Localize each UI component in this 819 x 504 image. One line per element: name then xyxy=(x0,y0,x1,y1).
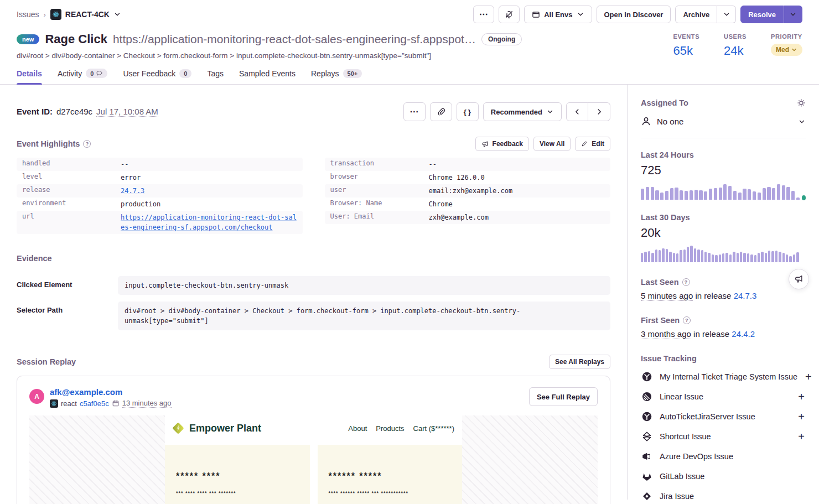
users-label: USERS xyxy=(724,33,747,40)
add-issue-button[interactable]: + xyxy=(804,371,813,382)
edit-button[interactable]: Edit xyxy=(575,137,610,151)
issue-tracking-label: AutoTicketJiraServer Issue xyxy=(660,412,790,421)
all-envs-dropdown[interactable]: All Envs xyxy=(524,6,592,23)
event-id-label: Event ID: xyxy=(17,107,53,116)
see-all-replays-button[interactable]: See All Replays xyxy=(549,355,610,369)
resolve-dropdown-button[interactable] xyxy=(784,6,802,23)
pencil-icon xyxy=(581,141,588,147)
issue-tracking-section: Issue Tracking My Internal Ticket Triage… xyxy=(641,354,806,502)
see-full-replay-button[interactable]: See Full Replay xyxy=(529,387,598,406)
replay-time-ago[interactable]: 13 minutes ago xyxy=(122,399,172,408)
url-link[interactable]: https://application-monitoring-react-dot… xyxy=(121,212,297,232)
replay-preview[interactable]: Empower Plant About Products Cart ($****… xyxy=(29,415,598,504)
issue-tracking-item[interactable]: Shortcut Issue + xyxy=(641,430,806,443)
help-icon[interactable]: ? xyxy=(83,140,91,148)
project-name: REACT-4CK xyxy=(65,10,110,19)
tab-tags[interactable]: Tags xyxy=(207,69,224,84)
selector-path-value: div#root > div#body-container > Checkout… xyxy=(118,302,610,330)
highlight-value: production xyxy=(121,199,160,209)
highlight-row: User: Emailzxh@example.com xyxy=(325,211,611,224)
priority-label: PRIORITY xyxy=(771,33,802,40)
issue-tracking-item[interactable]: AutoTicketJiraServer Issue + xyxy=(641,410,806,423)
chevron-down-icon xyxy=(723,11,730,18)
tab-activity[interactable]: Activity 0 xyxy=(58,69,107,84)
breadcrumb-separator: › xyxy=(43,11,45,19)
tab-sampled-events[interactable]: Sampled Events xyxy=(239,69,296,84)
site-nav-cart: Cart ($******) xyxy=(413,424,454,433)
product-card: ***** **** *** **** **** *** ******* Add… xyxy=(165,445,310,504)
top-bar: Issues › REACT-4CK ⋯ All Envs Open in Di… xyxy=(0,0,819,23)
event-timestamp[interactable]: Jul 17, 10:08 AM xyxy=(96,107,158,117)
priority-dropdown[interactable]: Med xyxy=(771,44,802,56)
first-seen-release-link[interactable]: 24.4.2 xyxy=(732,329,755,339)
archive-button[interactable]: Archive xyxy=(675,6,717,23)
feedback-button[interactable]: Feedback xyxy=(475,137,529,151)
gitlab-icon xyxy=(641,470,653,482)
view-all-button[interactable]: View All xyxy=(533,137,571,151)
issue-sidebar: Assigned To No one Last 24 Hours 725 Las… xyxy=(627,85,819,500)
first-seen-ago[interactable]: 3 months ago xyxy=(641,329,691,339)
tab-user-feedback[interactable]: User Feedback 0 xyxy=(123,69,191,84)
floating-feedback-button[interactable] xyxy=(789,269,809,289)
chevron-down-icon xyxy=(798,118,806,126)
add-issue-button[interactable]: + xyxy=(797,431,806,442)
add-issue-button[interactable]: + xyxy=(797,411,806,422)
issue-tracking-item[interactable]: Azure DevOps Issue xyxy=(641,450,806,463)
linear-icon xyxy=(641,391,653,403)
azure-devops-icon xyxy=(641,450,653,463)
react-project-icon xyxy=(50,399,58,408)
event-link-button[interactable] xyxy=(430,102,452,121)
recommended-dropdown[interactable]: Recommended xyxy=(483,102,562,121)
tab-details[interactable]: Details xyxy=(17,69,42,84)
session-replay-header: Session Replay See All Replays xyxy=(17,355,610,369)
issue-tracking-item[interactable]: Jira Issue xyxy=(641,490,806,502)
highlight-key: release xyxy=(22,186,121,196)
issue-tracking-item[interactable]: My Internal Ticket Triage System Issue + xyxy=(641,370,806,383)
users-count-link[interactable]: 24k xyxy=(724,44,747,58)
assignee-dropdown[interactable]: No one xyxy=(641,116,806,138)
archive-dropdown-button[interactable] xyxy=(717,6,736,23)
product-card: ****** ***** **** ****** ***** *** *****… xyxy=(318,445,463,504)
issue-tracking-label: My Internal Ticket Triage System Issue xyxy=(660,372,797,381)
replay-user-link[interactable]: afk@example.com xyxy=(50,387,172,397)
add-issue-button[interactable]: + xyxy=(797,391,806,402)
next-event-button[interactable] xyxy=(588,102,610,121)
replays-count-badge: 50+ xyxy=(343,69,362,78)
previous-event-button[interactable] xyxy=(566,102,588,121)
issue-tracking-item[interactable]: Linear Issue + xyxy=(641,390,806,403)
tab-tags-label: Tags xyxy=(207,69,224,78)
site-brand: Empower Plant xyxy=(172,422,261,435)
replayed-site: Empower Plant About Products Cart ($****… xyxy=(165,415,462,504)
jira-server-icon xyxy=(641,411,653,423)
more-actions-button[interactable]: ⋯ xyxy=(473,6,494,23)
assigned-to-title: Assigned To xyxy=(641,98,688,107)
replay-id-link[interactable]: c5af0e5c xyxy=(80,399,109,408)
help-icon[interactable]: ? xyxy=(682,278,690,286)
resolve-button[interactable]: Resolve xyxy=(740,6,784,23)
stat-priority: PRIORITY Med xyxy=(771,33,802,60)
gear-icon[interactable] xyxy=(797,98,806,107)
highlights-actions: Feedback View All Edit xyxy=(475,137,610,151)
stat-events: EVENTS 65k xyxy=(673,33,699,60)
first-seen-title: First Seen ? xyxy=(641,316,806,325)
last-seen-release-link[interactable]: 24.7.3 xyxy=(734,291,757,300)
events-count-link[interactable]: 65k xyxy=(673,44,699,58)
project-selector[interactable]: REACT-4CK xyxy=(50,9,121,20)
help-icon[interactable]: ? xyxy=(683,316,691,324)
tab-replays[interactable]: Replays 50+ xyxy=(311,69,362,84)
chevron-down-icon xyxy=(546,108,554,116)
release-link[interactable]: 24.7.3 xyxy=(121,186,144,196)
stat-users: USERS 24k xyxy=(724,33,747,60)
product-description: **** ****** ***** *** *********** xyxy=(329,490,452,496)
site-body: ***** **** *** **** **** *** ******* Add… xyxy=(165,441,462,504)
mute-notifications-button[interactable] xyxy=(499,6,520,23)
highlight-row: urlhttps://application-monitoring-react-… xyxy=(17,211,303,234)
highlight-value: -- xyxy=(429,159,437,169)
event-more-button[interactable]: ⋯ xyxy=(403,102,426,121)
replay-card: A afk@example.com react c5af0e5c 13 minu xyxy=(17,376,610,504)
event-json-button[interactable]: { } xyxy=(457,102,479,121)
open-in-discover-button[interactable]: Open in Discover xyxy=(597,6,671,23)
last-seen-ago[interactable]: 5 minutes ago xyxy=(641,291,693,301)
breadcrumb-issues-link[interactable]: Issues xyxy=(17,10,39,19)
issue-tracking-item[interactable]: GitLab Issue xyxy=(641,470,806,482)
